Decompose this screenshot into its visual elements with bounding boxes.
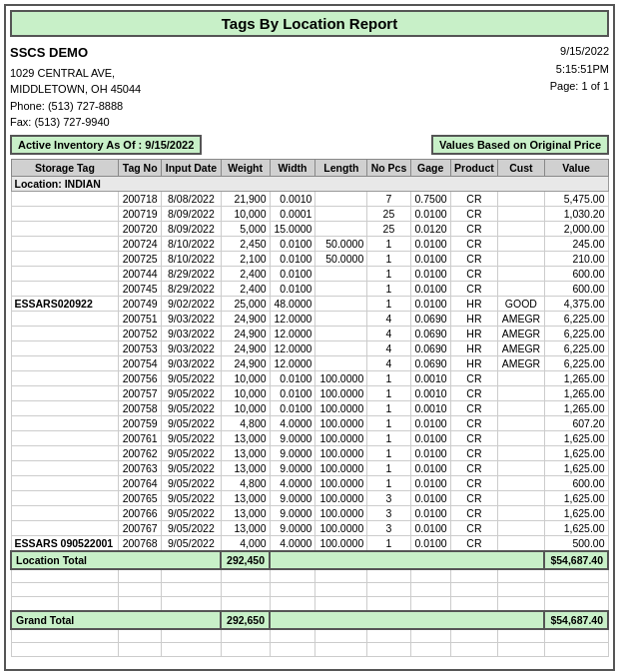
phone: Phone: (513) 727-8888 [10, 98, 141, 115]
table-row: 2007569/05/202210,0000.0100100.000010.00… [11, 370, 608, 385]
table-row: 2007198/09/202210,0000.0001250.0100CR1,0… [11, 206, 608, 221]
col-tag-no: Tag No [119, 159, 162, 176]
table-row: 2007649/05/20224,8004.0000100.000010.010… [11, 475, 608, 490]
page-info: Page: 1 of 1 [550, 78, 609, 96]
table-row: 2007629/05/202213,0009.0000100.000010.01… [11, 445, 608, 460]
date-info: 9/15/2022 5:15:51PM Page: 1 of 1 [550, 43, 609, 131]
active-inv-date: 9/15/2022 [145, 139, 194, 151]
table-row: 2007248/10/20222,4500.010050.000010.0100… [11, 236, 608, 251]
col-input-date: Input Date [162, 159, 222, 176]
table-row: 2007679/05/202213,0009.0000100.000030.01… [11, 520, 608, 535]
report-container: Tags By Location Report SSCS DEMO 1029 C… [4, 4, 615, 671]
address1: 1029 CENTRAL AVE, [10, 65, 141, 82]
report-title: Tags By Location Report [10, 10, 609, 37]
banner-row: Active Inventory As Of : 9/15/2022 Value… [10, 135, 609, 155]
table-row: 2007669/05/202213,0009.0000100.000030.01… [11, 505, 608, 520]
active-inv-label: Active Inventory As Of : [18, 139, 142, 151]
grand-total-value: $54,687.40 [544, 611, 608, 629]
table-header-row: Storage Tag Tag No Input Date Weight Wid… [11, 159, 608, 176]
location-total-weight: 292,450 [221, 551, 270, 569]
grand-total-label: Grand Total [11, 611, 221, 629]
location-header-row: Location: INDIAN [11, 176, 608, 191]
col-weight: Weight [221, 159, 270, 176]
col-value: Value [544, 159, 608, 176]
empty-row [11, 597, 608, 611]
empty-row [11, 629, 608, 643]
grand-total-row: Grand Total 292,650 $54,687.40 [11, 611, 608, 629]
col-length: Length [315, 159, 367, 176]
table-row: 2007659/05/202213,0009.0000100.000030.01… [11, 490, 608, 505]
report-time: 5:15:51PM [550, 61, 609, 79]
grand-total-weight: 292,650 [221, 611, 270, 629]
table-row: 2007188/08/202221,9000.001070.7500CR5,47… [11, 191, 608, 206]
table-row: 2007258/10/20222,1000.010050.000010.0100… [11, 251, 608, 266]
col-cust: Cust [498, 159, 544, 176]
table-row: 2007448/29/20222,4000.010010.0100CR600.0… [11, 266, 608, 281]
empty-row [11, 583, 608, 597]
report-date: 9/15/2022 [550, 43, 609, 61]
empty-row [11, 643, 608, 657]
values-banner: Values Based on Original Price [431, 135, 609, 155]
location-total-row: Location Total 292,450 $54,687.40 [11, 551, 608, 569]
col-product: Product [450, 159, 498, 176]
table-row: 2007529/03/202224,90012.000040.0690HRAME… [11, 326, 608, 340]
table-row: 2007539/03/202224,90012.000040.0690HRAME… [11, 340, 608, 355]
location-total-label: Location Total [11, 551, 221, 569]
table-row: 2007589/05/202210,0000.0100100.000010.00… [11, 400, 608, 415]
location-name: Location: INDIAN [11, 176, 608, 191]
table-row: 2007519/03/202224,90012.000040.0690HRAME… [11, 311, 608, 326]
col-width: Width [270, 159, 315, 176]
table-row: 2007619/05/202213,0009.0000100.000010.01… [11, 430, 608, 445]
table-row: ESSARS 0905220012007689/05/20224,0004.00… [11, 535, 608, 551]
table-row: 2007599/05/20224,8004.0000100.000010.010… [11, 415, 608, 430]
col-gage: Gage [410, 159, 450, 176]
active-inventory-banner: Active Inventory As Of : 9/15/2022 [10, 135, 202, 155]
table-row: 2007579/05/202210,0000.0100100.000010.00… [11, 385, 608, 400]
location-total-value: $54,687.40 [544, 551, 608, 569]
table-row: 2007639/05/202213,0009.0000100.000010.01… [11, 460, 608, 475]
col-no-pcs: No Pcs [367, 159, 410, 176]
empty-row [11, 569, 608, 583]
table-row: 2007208/09/20225,00015.0000250.0120CR2,0… [11, 221, 608, 236]
data-table: Storage Tag Tag No Input Date Weight Wid… [10, 159, 609, 658]
table-row: ESSARS0209222007499/02/202225,00048.0000… [11, 296, 608, 311]
company-info: SSCS DEMO 1029 CENTRAL AVE, MIDDLETOWN, … [10, 43, 141, 131]
fax: Fax: (513) 727-9940 [10, 114, 141, 131]
company-name: SSCS DEMO [10, 43, 141, 63]
table-row: 2007458/29/20222,4000.010010.0100CR600.0… [11, 281, 608, 296]
header-section: SSCS DEMO 1029 CENTRAL AVE, MIDDLETOWN, … [10, 43, 609, 131]
table-row: 2007549/03/202224,90012.000040.0690HRAME… [11, 355, 608, 370]
col-storage-tag: Storage Tag [11, 159, 119, 176]
address2: MIDDLETOWN, OH 45044 [10, 81, 141, 98]
